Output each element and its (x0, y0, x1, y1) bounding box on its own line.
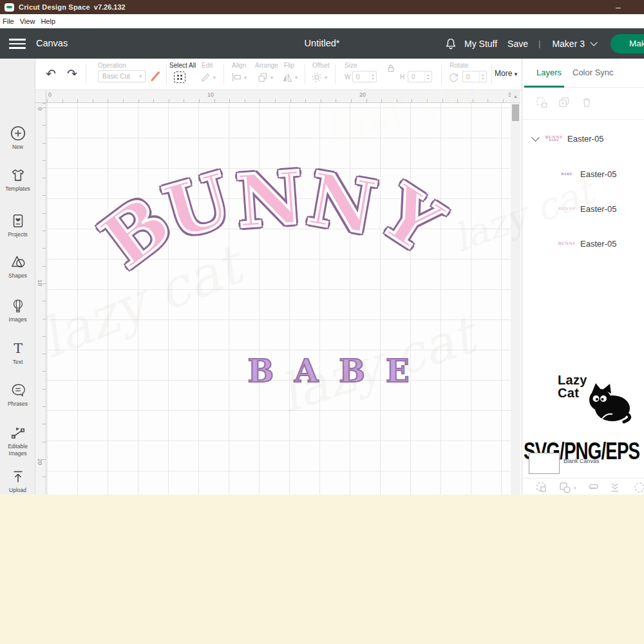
sidebar-item-upload[interactable]: Upload (0, 468, 35, 494)
layer-thumbnail: BUNNY (558, 202, 576, 215)
flatten-icon[interactable] (609, 481, 621, 494)
sidebar-item-projects[interactable]: Projects (0, 213, 35, 238)
flip-label: Flip (284, 62, 294, 69)
design-canvas[interactable]: B U N N Y BABE (46, 103, 511, 495)
operation-dropdown[interactable]: Basic Cut ▾ (98, 70, 146, 82)
more-button[interactable]: More ▾ (495, 69, 517, 78)
sidebar-item-phrases[interactable]: Phrases (0, 382, 35, 408)
arrange-label: Arrange (255, 62, 278, 69)
layer-thumbnail: BUNNY (558, 237, 576, 250)
blank-canvas-swatch[interactable] (529, 453, 560, 474)
align-label: Align (232, 62, 246, 69)
menu-file[interactable]: File (3, 17, 14, 25)
sidebar-item-images[interactable]: Images (0, 298, 35, 323)
bunny-babe-design[interactable]: B U N N Y BABE (97, 167, 511, 361)
edit-pencil-icon[interactable] (200, 71, 211, 82)
align-caret-icon[interactable]: ▾ (244, 75, 247, 80)
menu-help[interactable]: Help (41, 17, 55, 25)
sidebar: New Templates Projects Shapes Images T T… (0, 59, 35, 495)
flip-icon[interactable] (281, 71, 293, 83)
sidebar-item-new[interactable]: New (0, 125, 35, 151)
phrases-speech-bubble-icon (10, 382, 26, 399)
attach-paperclip-icon[interactable] (587, 481, 600, 494)
width-stepper[interactable]: 0 ▴▾ (352, 71, 377, 82)
minimize-button[interactable]: – (612, 1, 625, 14)
panel-tabs: Layers Color Sync (522, 59, 644, 88)
sidebar-item-text[interactable]: T Text (0, 340, 35, 366)
layer-row[interactable]: BUNNY Easter-05 (522, 234, 644, 252)
app-title: Cricut Design Space (19, 3, 90, 11)
plus-circle-icon (10, 125, 26, 142)
pen-color-icon[interactable] (150, 71, 161, 82)
menu-view[interactable]: View (20, 17, 35, 25)
ruler-corner (35, 90, 46, 103)
layer-actions-row (522, 88, 644, 120)
sidebar-item-templates[interactable]: Templates (0, 167, 35, 193)
layer-thumbnail: BABE (558, 167, 576, 180)
header: Canvas Untitled* My Stuff Save | Maker 3… (0, 28, 644, 59)
size-label: Size (345, 62, 357, 69)
layer-row[interactable]: BABE Easter-05 (522, 165, 644, 183)
offset-caret-icon[interactable]: ▾ (325, 75, 327, 80)
scrollbar-thumb[interactable] (512, 104, 519, 121)
save-button[interactable]: Save (507, 39, 528, 49)
group-objects-icon[interactable] (535, 481, 548, 494)
vertical-ruler: 0 10 20 (35, 103, 46, 495)
rotate-label: Rotate (450, 62, 468, 69)
height-stepper[interactable]: 0 ▴▾ (408, 71, 432, 82)
layer-group-row[interactable]: BUNNY BABE Easter-05 (522, 129, 644, 147)
rotate-stepper[interactable]: 0 ▴▾ (462, 71, 487, 82)
dropdown-caret-icon: ▾ (139, 73, 145, 79)
offset-icon[interactable] (311, 71, 323, 83)
lock-aspect-icon[interactable] (386, 64, 395, 73)
canvas-scrollbar[interactable] (511, 103, 520, 495)
app-version: v7.26.132 (94, 3, 126, 11)
arc-letter: Y (370, 175, 452, 263)
tab-color-sync[interactable]: Color Sync (573, 68, 614, 77)
undo-button[interactable]: ↶ (46, 66, 56, 81)
blank-canvas-label: Blank Canvas (564, 458, 600, 464)
layer-row[interactable]: BUNNY Easter-05 (522, 200, 644, 218)
edit-caret-icon[interactable]: ▾ (213, 75, 216, 80)
group-expand-chevron-icon[interactable] (531, 133, 540, 142)
flip-caret-icon[interactable]: ▾ (295, 75, 298, 80)
svg-text:T: T (14, 341, 23, 356)
text-icon: T (10, 340, 26, 357)
edit-label: Edit (202, 62, 213, 69)
tab-layers[interactable]: Layers (536, 68, 562, 77)
arrange-caret-icon[interactable]: ▾ (270, 75, 273, 80)
my-stuff-link[interactable]: My Stuff (464, 39, 497, 49)
chevron-down-icon[interactable] (590, 39, 597, 46)
height-label: H (400, 73, 404, 80)
delete-trash-icon[interactable] (580, 96, 593, 109)
header-separator: | (538, 39, 540, 48)
titlebar: Cricut Design Space v7.26.132 – (0, 0, 644, 14)
rotate-icon[interactable] (448, 71, 459, 82)
machine-selector[interactable]: Maker 3 (552, 39, 585, 49)
group-icon[interactable] (535, 96, 548, 109)
black-cat-illustration (573, 378, 632, 428)
make-it-button[interactable]: Make It (611, 34, 644, 53)
notifications-bell-icon[interactable] (444, 37, 458, 51)
sidebar-item-editable-images[interactable]: Editable Images (0, 424, 35, 457)
scroll-up-button[interactable]: ▲ (511, 90, 520, 103)
arc-letter: N (303, 162, 381, 245)
sub-word: BABE (193, 353, 464, 389)
width-label: W (345, 73, 350, 80)
duplicate-icon[interactable] (558, 96, 571, 109)
project-card-icon (10, 213, 26, 229)
select-all-button[interactable] (174, 71, 185, 83)
menubar: File View Help (0, 14, 644, 28)
editable-images-icon (10, 424, 26, 441)
sidebar-item-shapes[interactable]: Shapes (0, 254, 35, 279)
layers-panel: Layers Color Sync BUNNY BABE Easter-05 B… (522, 59, 644, 495)
align-icon[interactable] (231, 71, 242, 83)
combine-icon[interactable] (558, 481, 571, 494)
more-actions-icon[interactable] (633, 481, 644, 494)
combine-caret-icon[interactable]: ▾ (574, 486, 576, 491)
tshirt-icon (10, 167, 26, 184)
hot-air-balloon-icon (10, 298, 26, 314)
redo-button[interactable]: ↷ (67, 66, 77, 81)
horizontal-ruler: 0 10 20 30 (46, 90, 511, 103)
arrange-icon[interactable] (257, 71, 269, 83)
